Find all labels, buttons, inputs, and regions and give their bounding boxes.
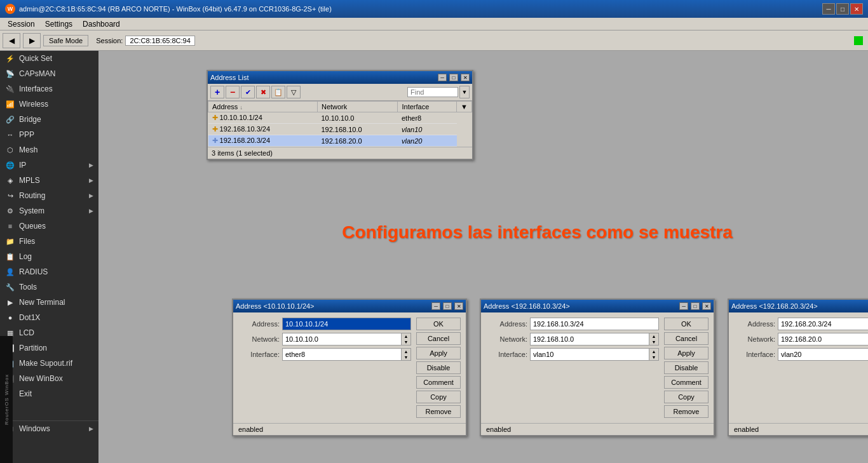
address-list-minimize-btn[interactable]: ─ (438, 74, 447, 81)
maximize-button[interactable]: □ (836, 3, 849, 15)
sidebar-item-bridge[interactable]: 🔗 Bridge (0, 112, 98, 127)
app-icon: W (5, 4, 15, 14)
dialog2-network-up-btn[interactable]: ▲▼ (649, 333, 659, 346)
dialog3-address-input[interactable] (778, 318, 868, 330)
sidebar-label-partition: Partition (19, 344, 47, 352)
sidebar-item-quick-set[interactable]: ⚡ Quick Set (0, 51, 98, 66)
sidebar-label-bridge: Bridge (19, 115, 41, 124)
dialog1-copy-btn[interactable]: Copy (416, 391, 461, 403)
sidebar-item-capsman[interactable]: 📡 CAPsMAN (0, 66, 98, 81)
dialog3-interface-input[interactable] (778, 348, 868, 361)
dialog2-ok-btn[interactable]: OK (664, 318, 709, 330)
find-dropdown-button[interactable]: ▼ (459, 86, 470, 98)
windows-arrow: ▶ (89, 426, 93, 432)
dialog2-cancel-btn[interactable]: Cancel (664, 332, 709, 345)
menu-session[interactable]: Session (3, 19, 40, 29)
close-button[interactable]: ✕ (850, 3, 863, 15)
sidebar-item-make-supout[interactable]: 📄 Make Supout.rif (0, 356, 98, 371)
new-terminal-icon: ▶ (5, 297, 15, 307)
address-list-close-btn[interactable]: ✕ (461, 74, 470, 81)
menu-settings[interactable]: Settings (40, 19, 78, 29)
dialog2-close-btn[interactable]: ✕ (702, 302, 711, 310)
table-row[interactable]: ✚ 192.168.10.3/24 192.168.10.0 vlan10 (208, 124, 472, 135)
sidebar-item-new-winbox[interactable]: 🔲 New WinBox (0, 371, 98, 386)
dialog2-network-input[interactable] (530, 333, 649, 346)
find-input[interactable] (407, 87, 458, 97)
table-row[interactable]: ✚ 192.168.20.3/24 192.168.20.0 vlan20 (208, 135, 472, 147)
add-address-button[interactable]: + (210, 86, 224, 98)
menu-dashboard[interactable]: Dashboard (78, 19, 125, 29)
dialog1-close-btn[interactable]: ✕ (454, 302, 463, 310)
dialog1-interface-input[interactable] (282, 348, 401, 361)
dialog1-network-input[interactable] (282, 333, 401, 346)
enable-address-button[interactable]: ✔ (241, 86, 255, 98)
dialog1-network-up-btn[interactable]: ▲▼ (401, 333, 411, 346)
sidebar-item-exit[interactable]: ✗ Exit (0, 386, 98, 401)
table-row[interactable]: ✚ 10.10.10.1/24 10.10.10.0 ether8 (208, 112, 472, 124)
toolbar: ◀ ▶ Safe Mode Session: 2C:C8:1B:65:8C:94 (0, 30, 868, 51)
filter-address-button[interactable]: ▽ (287, 86, 301, 98)
routing-arrow: ▶ (89, 192, 93, 199)
col-address[interactable]: Address ↓ (208, 102, 318, 112)
dialog3-form: Address: Network: ▲▼ Interface: (729, 312, 868, 423)
sidebar-item-wireless[interactable]: 📶 Wireless (0, 97, 98, 112)
dialog1-minimize-btn[interactable]: ─ (431, 302, 440, 310)
dialog3-footer: enabled (729, 423, 868, 435)
sidebar-item-queues[interactable]: ≡ Queues (0, 218, 98, 234)
dialog1-interface-dropdown-btn[interactable]: ▲▼ (401, 348, 411, 361)
dialog-address-1: Address <10.10.10.1/24> ─ □ ✕ Address: N… (232, 299, 467, 436)
dialog2-interface-dropdown-btn[interactable]: ▲▼ (649, 348, 659, 361)
remove-address-button[interactable]: − (226, 86, 240, 98)
back-button[interactable]: ◀ (3, 33, 20, 48)
dialog3-address-row: Address: (734, 318, 868, 330)
minimize-button[interactable]: ─ (822, 3, 835, 15)
col-network[interactable]: Network (317, 102, 398, 112)
sidebar-item-dot1x[interactable]: ● Dot1X (0, 310, 98, 325)
dialog1-address-input[interactable] (282, 318, 411, 330)
dialog1-maximize-btn[interactable]: □ (443, 302, 452, 310)
dialog3-interface-field: ▲▼ (778, 348, 868, 361)
dialog1-ok-btn[interactable]: OK (416, 318, 461, 330)
sidebar-item-partition[interactable]: ⬜ Partition (0, 340, 98, 356)
sidebar-item-routing[interactable]: ↪ Routing ▶ (0, 188, 98, 203)
dialog2-minimize-btn[interactable]: ─ (679, 302, 688, 310)
copy-address-button[interactable]: 📋 (271, 86, 285, 98)
dialog2-disable-btn[interactable]: Disable (664, 361, 709, 374)
dialog2-copy-btn[interactable]: Copy (664, 391, 709, 403)
dialog1-disable-btn[interactable]: Disable (416, 361, 461, 374)
sidebar-item-interfaces[interactable]: 🔌 Interfaces (0, 81, 98, 97)
sidebar-item-mpls[interactable]: ◈ MPLS ▶ (0, 173, 98, 188)
dialog2-remove-btn[interactable]: Remove (664, 405, 709, 418)
dialog1-comment-btn[interactable]: Comment (416, 376, 461, 389)
address-list-window: Address List ─ □ ✕ + − ✔ ✖ 📋 ▽ ▼ (207, 70, 473, 160)
brand-label: RouterOS WinBox (0, 336, 13, 463)
sidebar-item-log[interactable]: 📋 Log (0, 249, 98, 264)
dialog2-apply-btn[interactable]: Apply (664, 347, 709, 359)
sidebar-label-files: Files (19, 237, 35, 246)
dialog2-network-field: ▲▼ (530, 333, 659, 346)
dialog2-interface-input[interactable] (530, 348, 649, 361)
col-interface[interactable]: Interface (398, 102, 457, 112)
sidebar-item-tools[interactable]: 🔧 Tools (0, 279, 98, 295)
dialog2-maximize-btn[interactable]: □ (691, 302, 700, 310)
dialog1-apply-btn[interactable]: Apply (416, 347, 461, 359)
dialog1-remove-btn[interactable]: Remove (416, 405, 461, 418)
sidebar-item-ip[interactable]: 🌐 IP ▶ (0, 158, 98, 173)
dialog2-address-input[interactable] (530, 318, 659, 330)
sidebar-item-windows[interactable]: ⊞ Windows ▶ (0, 420, 98, 436)
dialog1-address-row: Address: (238, 318, 411, 330)
dialog2-comment-btn[interactable]: Comment (664, 376, 709, 389)
sidebar-item-system[interactable]: ⚙ System ▶ (0, 203, 98, 218)
dialog1-cancel-btn[interactable]: Cancel (416, 332, 461, 345)
sidebar-item-mesh[interactable]: ⬡ Mesh (0, 142, 98, 158)
forward-button[interactable]: ▶ (23, 33, 41, 48)
safe-mode-button[interactable]: Safe Mode (43, 35, 88, 46)
address-list-maximize-btn[interactable]: □ (449, 74, 458, 81)
sidebar-item-lcd[interactable]: ▦ LCD (0, 325, 98, 340)
sidebar-item-new-terminal[interactable]: ▶ New Terminal (0, 295, 98, 310)
dialog3-network-input[interactable] (778, 333, 868, 346)
sidebar-item-ppp[interactable]: ↔ PPP (0, 127, 98, 142)
sidebar-item-radius[interactable]: 👤 RADIUS (0, 264, 98, 279)
sidebar-item-files[interactable]: 📁 Files (0, 234, 98, 249)
disable-address-button[interactable]: ✖ (256, 86, 270, 98)
